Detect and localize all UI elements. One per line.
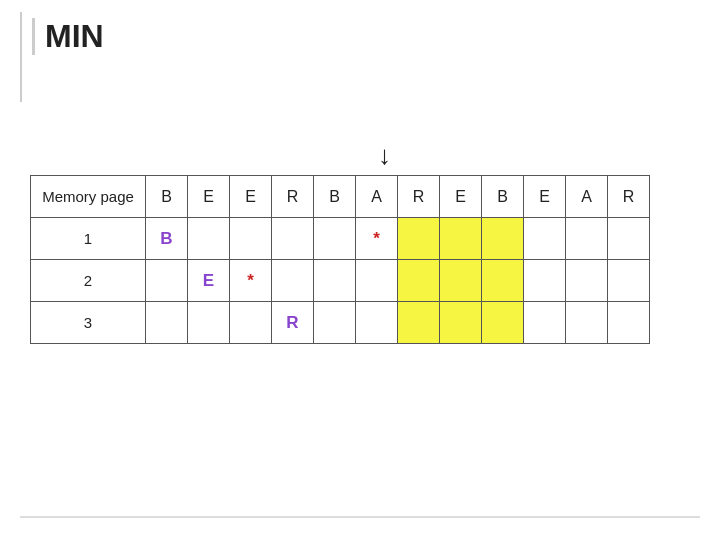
row2-col2: * <box>230 260 272 302</box>
memory-table: Memory page B E E R B A R E B E A R 1 B … <box>30 175 650 344</box>
row1-col8 <box>482 218 524 260</box>
left-border <box>20 12 22 102</box>
title-area: MIN <box>32 18 104 55</box>
row3-col11 <box>608 302 650 344</box>
row2-col7 <box>440 260 482 302</box>
row2-col3 <box>272 260 314 302</box>
table-container: Memory page B E E R B A R E B E A R 1 B … <box>30 175 650 344</box>
row1-col1 <box>188 218 230 260</box>
row3-col10 <box>566 302 608 344</box>
header-label: Memory page <box>31 176 146 218</box>
row1-col3 <box>272 218 314 260</box>
row2-col11 <box>608 260 650 302</box>
row1-col5: * <box>356 218 398 260</box>
row2-col0 <box>146 260 188 302</box>
down-arrow: ↓ <box>378 140 391 171</box>
row3-col6 <box>398 302 440 344</box>
row3-col1 <box>188 302 230 344</box>
col-header-9: E <box>524 176 566 218</box>
row2-col8 <box>482 260 524 302</box>
row2-col5 <box>356 260 398 302</box>
table-row-3: 3 R <box>31 302 650 344</box>
row3-col9 <box>524 302 566 344</box>
row2-col6 <box>398 260 440 302</box>
col-header-4: B <box>314 176 356 218</box>
row3-col7 <box>440 302 482 344</box>
row1-col6 <box>398 218 440 260</box>
col-header-6: R <box>398 176 440 218</box>
row3-col0 <box>146 302 188 344</box>
page-title: MIN <box>45 18 104 54</box>
col-header-5: A <box>356 176 398 218</box>
row-label-1: 1 <box>31 218 146 260</box>
row-label-2: 2 <box>31 260 146 302</box>
row1-col7 <box>440 218 482 260</box>
row1-col2 <box>230 218 272 260</box>
row2-col1: E <box>188 260 230 302</box>
col-header-10: A <box>566 176 608 218</box>
row3-col3: R <box>272 302 314 344</box>
col-header-11: R <box>608 176 650 218</box>
row-label-3: 3 <box>31 302 146 344</box>
row2-col10 <box>566 260 608 302</box>
row3-col5 <box>356 302 398 344</box>
col-header-1: E <box>188 176 230 218</box>
table-header-row: Memory page B E E R B A R E B E A R <box>31 176 650 218</box>
col-header-3: R <box>272 176 314 218</box>
row2-col4 <box>314 260 356 302</box>
row1-col0: B <box>146 218 188 260</box>
bottom-divider <box>20 516 700 518</box>
row1-col10 <box>566 218 608 260</box>
row3-col4 <box>314 302 356 344</box>
table-row-2: 2 E * <box>31 260 650 302</box>
col-header-0: B <box>146 176 188 218</box>
row2-col9 <box>524 260 566 302</box>
col-header-8: B <box>482 176 524 218</box>
row3-col8 <box>482 302 524 344</box>
row1-col9 <box>524 218 566 260</box>
row1-col4 <box>314 218 356 260</box>
row1-col11 <box>608 218 650 260</box>
table-row-1: 1 B * <box>31 218 650 260</box>
col-header-7: E <box>440 176 482 218</box>
col-header-2: E <box>230 176 272 218</box>
row3-col2 <box>230 302 272 344</box>
